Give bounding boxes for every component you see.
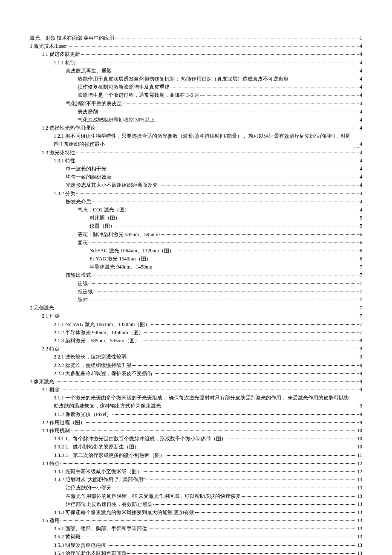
toc-page: 4 [360, 50, 362, 58]
toc-entry: 1.1.1 机制4 [30, 59, 362, 67]
toc-leader [86, 422, 359, 423]
toc-page: 4 [360, 173, 362, 181]
toc-text: 固态 [78, 239, 88, 247]
toc-entry: 脉冲7 [30, 296, 362, 304]
toc-text: 半导体激光 940nm、1450nm [89, 263, 153, 271]
toc-leader [140, 447, 356, 447]
toc-entry: 在激光作用部位的周围保留一些 未受激光作用区域，可以帮助皮肤的快速恢复13 [30, 492, 362, 500]
toc-leader [116, 226, 359, 226]
toc-entry: 2.2.1 波长较长，组织穿透性较弱9 [30, 353, 362, 361]
toc-leader [76, 63, 359, 63]
toc-leader [153, 267, 359, 267]
toc-entry: 光斑形态及其大小不因距组织距离而改变4 [30, 181, 362, 189]
toc-text: 3.4 特点 [42, 460, 60, 468]
toc-page: 6 [360, 255, 362, 263]
toc-entry: 3.1 概念9 [30, 386, 362, 394]
toc-entry: Er:YAG 激光 1540nm（图）6 [30, 255, 362, 263]
table-of-contents: 激光、射频 技术在面部 美容中的应用11 激光技术/Laser41.1 促进皮肤… [30, 34, 362, 555]
toc-entry: 3 像束激光9 [30, 378, 362, 386]
toc-page: 13 [357, 517, 362, 525]
toc-text: 3.4.3 可保证每个像束激光的微米斑接受到最大的能量,更加有效 [54, 509, 194, 517]
toc-entry: 真皮胶原再生、重塑4 [30, 67, 362, 75]
toc-page: 4 [360, 75, 362, 83]
toc-entry: 固态6 [30, 239, 362, 247]
toc-text: 2.1.3 染料激光：585nm、595nm（图） [54, 337, 140, 345]
toc-leader [112, 71, 359, 71]
toc-leader [195, 512, 356, 513]
toc-leader [175, 251, 359, 251]
toc-page: 7 [360, 263, 362, 271]
toc-entry: 3.4.2 照射时从"大面积作用"到"局部作用"13 [30, 476, 362, 484]
toc-entry: 2.2.3 大多配备冷却装置，保护表皮不受损伤9 [30, 370, 362, 378]
toc-leader [152, 259, 359, 259]
toc-entry: 治疗皮肤的一小部分13 [30, 484, 362, 492]
toc-text: 治疗皮肤的一小部分 [66, 484, 112, 492]
toc-page: 4 [360, 206, 362, 214]
toc-page: 5 [360, 214, 362, 222]
toc-leader [143, 471, 356, 472]
toc-page: 10 [357, 435, 362, 443]
toc-entry: 3.4.1 光斑由毫米级减小至微米级（图）12 [30, 468, 362, 476]
toc-page: 13 [357, 476, 362, 484]
toc-page: 6 [360, 239, 362, 247]
toc-leader [156, 120, 359, 120]
toc-page: 4 [360, 67, 362, 75]
toc-text: 3.2 作用过程（图） [42, 419, 85, 427]
toc-page: 8 [360, 337, 362, 345]
toc-text: Nd:YAG 激光 1064nm、1320nm（图） [89, 247, 174, 255]
toc-leader [166, 455, 356, 456]
toc-leader [112, 414, 359, 415]
toc-page: 13 [357, 500, 362, 509]
toc-leader [61, 520, 356, 521]
toc-leader [89, 243, 359, 243]
toc-text: 损伤修复机制刺激新胶原增生及真皮重建 [78, 83, 170, 91]
toc-leader [76, 194, 359, 194]
toc-page: 5 [360, 222, 362, 230]
toc-entry: 半导体激光 940nm、1450nm7 [30, 263, 362, 271]
toc-text: 1.1 促进皮肤更新 [42, 50, 80, 58]
toc-leader [146, 480, 356, 480]
toc-page: 10 [357, 443, 362, 451]
toc-leader [355, 409, 359, 409]
toc-text: 真皮胶原再生、重塑 [66, 67, 112, 75]
toc-text: 3.1.2 像素激光仪（Pixel） [54, 410, 112, 419]
toc-entry: 气态：CO2 激光（图）4 [30, 206, 362, 214]
toc-entry: 3.4.3 可保证每个像束激光的微米斑接受到最大的能量,更加有效13 [30, 509, 362, 517]
toc-page: 9 [360, 361, 362, 370]
toc-entry: 3.5.1 面部、颈部、胸部、手臂和手等部位13 [30, 525, 362, 533]
toc-entry: 1 激光技术/Laser4 [30, 42, 362, 50]
toc-text: 气化消除不平整的表皮层 [66, 100, 122, 108]
toc-text: 均匀一致的组织效应 [66, 173, 112, 181]
toc-text: 2.2.3 大多配备冷却装置，保护表皮不受损伤 [54, 370, 152, 378]
toc-leader [159, 185, 359, 185]
toc-entry: 2.1 种类7 [30, 312, 362, 320]
toc-text: 气化造成靶组织即刻收缩 30%以上 [78, 116, 155, 124]
toc-entry: 3.1.1 一个激光的光斑由多个微米级的子光斑组成， 确保每次激光照射时只有部分… [30, 394, 362, 410]
toc-leader [96, 128, 359, 128]
toc-page: 13 [357, 533, 362, 541]
toc-page: 4 [360, 198, 362, 206]
toc-entry: 3.3.2 2、微小制热带的胶原新生（图）10 [30, 443, 362, 451]
toc-entry: 连续7 [30, 280, 362, 288]
toc-leader [89, 283, 359, 284]
toc-entry: 2 无创激光7 [30, 304, 362, 312]
toc-text: 脉冲 [78, 296, 88, 304]
toc-page: 6 [360, 231, 362, 239]
toc-page: 4 [360, 100, 362, 108]
toc-leader [227, 439, 356, 439]
toc-leader [76, 153, 359, 153]
toc-leader [127, 553, 356, 554]
toc-text: 表皮磨削 [78, 108, 98, 116]
toc-leader [61, 463, 356, 464]
toc-leader [121, 218, 359, 218]
toc-text: 对比照（图） [89, 214, 120, 222]
toc-page: 10 [357, 427, 362, 435]
toc-text: 单一波长的相干光 [66, 165, 107, 173]
toc-text: 3.5.4 治疗光老化皮肤和色斑问题 [54, 549, 127, 555]
toc-page: 4 [360, 181, 362, 189]
toc-entry: 对比照（图）5 [30, 214, 362, 222]
toc-text: 3.1.1 一个激光的光斑由多个微米级的子光斑组成， 确保每次激光照射时只有部分… [54, 394, 354, 410]
toc-page: 7 [360, 312, 362, 320]
toc-page: 4 [360, 42, 362, 50]
toc-text: 准连续 [78, 288, 93, 296]
